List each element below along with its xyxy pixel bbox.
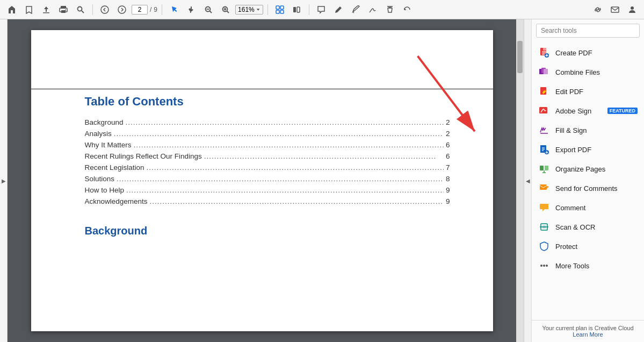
svg-point-54: [543, 265, 545, 267]
protect-tool[interactable]: Protect: [532, 237, 644, 256]
pen-tool[interactable]: [331, 2, 346, 17]
link-button[interactable]: [590, 2, 605, 17]
edit-tool[interactable]: [348, 2, 363, 17]
toc-item-legislation: Recent Legislation .....................…: [85, 163, 450, 172]
sidebar-footer: Your current plan is Creative Cloud Lear…: [532, 320, 644, 342]
combine-files-tool[interactable]: Combine Files: [532, 62, 644, 82]
svg-rect-28: [543, 48, 546, 51]
send-for-comments-tool[interactable]: Send for Comments: [532, 179, 644, 198]
left-panel-toggle[interactable]: ▶: [0, 19, 8, 342]
prev-page-button[interactable]: [97, 2, 112, 17]
comment-bubble-button[interactable]: [314, 2, 329, 17]
page-horizontal-rule: [31, 88, 493, 90]
upload-button[interactable]: [39, 2, 54, 17]
scan-ocr-tool[interactable]: Scan & OCR: [532, 217, 644, 237]
scrollbar-track[interactable]: [516, 19, 524, 342]
more-tools-tool[interactable]: More Tools: [532, 256, 644, 275]
toc-item-solutions: Solutions ..............................…: [85, 175, 450, 183]
page-number-input[interactable]: [132, 5, 148, 15]
search-button[interactable]: [73, 2, 88, 17]
adobe-sign-label: Adobe Sign: [555, 107, 602, 115]
svg-rect-3: [61, 10, 66, 13]
learn-more-link[interactable]: Learn More: [538, 331, 638, 338]
combine-files-label: Combine Files: [555, 68, 638, 76]
more-tools-icon: [538, 260, 550, 272]
print-button[interactable]: [56, 2, 71, 17]
svg-point-8: [118, 6, 126, 13]
protect-icon: [538, 240, 550, 252]
bookmark-button[interactable]: [21, 2, 37, 17]
search-tools-input[interactable]: [536, 24, 640, 38]
fill-sign-tool[interactable]: Fill & Sign: [532, 120, 644, 140]
next-page-button[interactable]: [114, 2, 129, 17]
pdf-viewer[interactable]: Table of Contents Background ...........…: [8, 19, 516, 342]
scan-ocr-icon: [538, 221, 550, 233]
more-tools-label: More Tools: [555, 262, 638, 270]
right-panel-toggle[interactable]: ◀: [524, 19, 531, 342]
delete-button[interactable]: [382, 2, 397, 17]
zoom-control: 161%: [235, 5, 263, 15]
scan-ocr-label: Scan & OCR: [555, 223, 638, 231]
account-button[interactable]: [625, 2, 640, 17]
svg-rect-18: [276, 10, 279, 13]
create-pdf-label: Create PDF: [555, 49, 638, 57]
zoom-in-button[interactable]: [218, 2, 233, 17]
signature-tool[interactable]: [365, 2, 380, 17]
svg-line-6: [82, 11, 84, 13]
send-for-comments-label: Send for Comments: [555, 184, 638, 193]
svg-line-22: [353, 12, 354, 13]
svg-line-10: [210, 11, 212, 13]
page-total: 9: [154, 6, 157, 13]
svg-rect-16: [276, 6, 279, 9]
svg-point-4: [65, 9, 66, 10]
toc-title: Table of Contents: [85, 95, 450, 109]
main-toolbar: / 9 161%: [0, 0, 644, 19]
svg-point-53: [540, 265, 542, 267]
separator-3: [267, 4, 268, 15]
left-panel-arrow-icon: ▶: [2, 178, 6, 184]
columns-button[interactable]: [290, 2, 305, 17]
sidebar-search-area: [532, 19, 644, 41]
toc-item-rulings: Recent Rulings Reflect Our Findings ....…: [85, 152, 450, 160]
svg-rect-17: [280, 6, 284, 9]
edit-pdf-label: Edit PDF: [555, 88, 638, 96]
svg-rect-49: [540, 184, 547, 190]
hand-tool[interactable]: [184, 2, 199, 17]
export-pdf-label: Export PDF: [555, 146, 638, 154]
svg-rect-23: [611, 7, 619, 12]
svg-point-7: [101, 6, 108, 13]
edit-pdf-icon: [538, 86, 550, 97]
separator-2: [162, 4, 162, 15]
organize-pages-tool[interactable]: Organize Pages: [532, 159, 644, 179]
create-pdf-tool[interactable]: Create PDF: [532, 43, 644, 62]
svg-rect-47: [540, 166, 544, 170]
right-sidebar: Create PDF Combine Files: [531, 19, 644, 342]
combine-files-icon: [538, 66, 550, 78]
adobe-sign-tool[interactable]: Adobe Sign FEATURED: [532, 101, 644, 120]
footer-text: Your current plan is Creative Cloud: [538, 325, 638, 331]
toc-item-analysis: Analysis ...............................…: [85, 130, 450, 138]
home-button[interactable]: [4, 2, 19, 17]
comment-tool[interactable]: Comment: [532, 198, 644, 217]
email-button[interactable]: [607, 2, 623, 17]
zoom-level[interactable]: 161%: [235, 5, 263, 15]
organize-pages-icon: [538, 163, 550, 175]
adobe-sign-icon: [538, 105, 550, 117]
right-panel-arrow-icon: ◀: [526, 178, 530, 184]
grid-view-button[interactable]: [272, 2, 287, 17]
comment-label: Comment: [555, 204, 638, 212]
page-separator: /: [150, 6, 151, 13]
zoom-out-button[interactable]: [201, 2, 216, 17]
pointer-tool[interactable]: [167, 2, 182, 17]
section-title-background: Background: [85, 225, 450, 237]
export-pdf-tool[interactable]: Export PDF: [532, 140, 644, 159]
fill-sign-label: Fill & Sign: [555, 126, 638, 134]
svg-line-13: [227, 11, 229, 13]
svg-point-24: [631, 6, 634, 10]
scrollbar-thumb[interactable]: [517, 41, 523, 73]
toc-list: Background .............................…: [85, 118, 450, 209]
undo-button[interactable]: [400, 2, 415, 17]
main-area: ▶ Table of Contents Background .........…: [0, 19, 644, 342]
svg-rect-20: [293, 7, 296, 12]
edit-pdf-tool[interactable]: Edit PDF: [532, 82, 644, 101]
